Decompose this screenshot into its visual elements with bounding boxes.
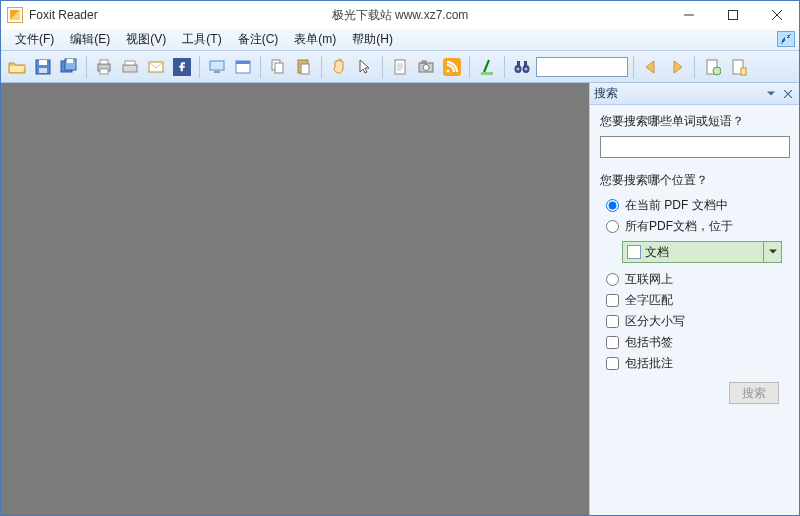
menu-view[interactable]: 视图(V) xyxy=(118,29,174,50)
opt-bookmark[interactable]: 包括书签 xyxy=(600,332,789,353)
facebook-icon[interactable] xyxy=(170,55,194,79)
toolbar-search-input[interactable] xyxy=(536,57,628,77)
search-query-input[interactable] xyxy=(600,136,790,158)
page-time-icon[interactable] xyxy=(726,55,750,79)
svg-point-37 xyxy=(713,67,721,75)
expand-icon[interactable] xyxy=(777,31,795,47)
svg-rect-3 xyxy=(39,60,47,65)
radio-internet[interactable] xyxy=(606,273,619,286)
title-bar: Foxit Reader 极光下载站 www.xz7.com xyxy=(1,1,799,29)
app-title: Foxit Reader xyxy=(29,8,98,22)
menu-bar: 文件(F) 编辑(E) 视图(V) 工具(T) 备注(C) 表单(m) 帮助(H… xyxy=(1,29,799,51)
menu-help[interactable]: 帮助(H) xyxy=(344,29,401,50)
svg-rect-20 xyxy=(275,63,283,73)
opt-current-doc[interactable]: 在当前 PDF 文档中 xyxy=(600,195,789,216)
search-panel-title: 搜索 xyxy=(594,85,618,102)
svg-rect-23 xyxy=(395,60,405,74)
svg-point-34 xyxy=(517,67,520,70)
radio-current[interactable] xyxy=(606,199,619,212)
panel-menu-icon[interactable] xyxy=(764,87,778,101)
svg-rect-9 xyxy=(100,60,108,64)
rss-icon[interactable] xyxy=(440,55,464,79)
search-panel-header: 搜索 xyxy=(590,83,799,105)
search-location-label: 您要搜索哪个位置？ xyxy=(600,172,789,189)
monitor-icon[interactable] xyxy=(205,55,229,79)
panel-close-icon[interactable] xyxy=(781,87,795,101)
svg-rect-10 xyxy=(100,69,108,74)
opt-whole-label: 全字匹配 xyxy=(625,292,673,309)
location-combo[interactable]: 文档 xyxy=(622,241,782,263)
print-icon[interactable] xyxy=(92,55,116,79)
opt-case[interactable]: 区分大小写 xyxy=(600,311,789,332)
title-center-text: 极光下载站 www.xz7.com xyxy=(332,7,469,24)
opt-all-label: 所有PDF文档，位于 xyxy=(625,218,733,235)
opt-all-docs[interactable]: 所有PDF文档，位于 xyxy=(600,216,789,237)
toolbar xyxy=(1,51,799,83)
svg-rect-11 xyxy=(123,65,137,72)
svg-rect-29 xyxy=(481,72,493,75)
hand-icon[interactable] xyxy=(327,55,351,79)
app-icon xyxy=(7,7,23,23)
radio-all[interactable] xyxy=(606,220,619,233)
opt-whole-word[interactable]: 全字匹配 xyxy=(600,290,789,311)
opt-bookmark-label: 包括书签 xyxy=(625,334,673,351)
copy-icon[interactable] xyxy=(266,55,290,79)
save-icon[interactable] xyxy=(31,55,55,79)
prev-result-icon[interactable] xyxy=(639,55,663,79)
pointer-icon[interactable] xyxy=(353,55,377,79)
folder-small-icon xyxy=(627,245,641,259)
save-multi-icon[interactable] xyxy=(57,55,81,79)
svg-point-28 xyxy=(447,69,450,72)
search-query-label: 您要搜索哪些单词或短语？ xyxy=(600,113,789,130)
check-bookmark[interactable] xyxy=(606,336,619,349)
minimize-button[interactable] xyxy=(667,1,711,29)
svg-rect-33 xyxy=(524,61,527,66)
camera-icon[interactable] xyxy=(414,55,438,79)
check-annot[interactable] xyxy=(606,357,619,370)
opt-annot[interactable]: 包括批注 xyxy=(600,353,789,374)
binoculars-icon[interactable] xyxy=(510,55,534,79)
svg-rect-12 xyxy=(125,61,135,65)
svg-rect-32 xyxy=(517,61,520,66)
menu-note[interactable]: 备注(C) xyxy=(230,29,287,50)
scanner-icon[interactable] xyxy=(118,55,142,79)
open-icon[interactable] xyxy=(5,55,29,79)
page-icon[interactable] xyxy=(700,55,724,79)
opt-internet-label: 互联网上 xyxy=(625,271,673,288)
email-icon[interactable] xyxy=(144,55,168,79)
paste-icon[interactable] xyxy=(292,55,316,79)
svg-rect-7 xyxy=(67,59,73,63)
svg-rect-26 xyxy=(422,61,426,63)
menu-tools[interactable]: 工具(T) xyxy=(174,29,229,50)
search-panel: 搜索 您要搜索哪些单词或短语？ 您要搜索哪个位置？ 在当前 PDF 文档中 所有… xyxy=(589,83,799,515)
check-whole[interactable] xyxy=(606,294,619,307)
text-color-icon[interactable] xyxy=(475,55,499,79)
opt-case-label: 区分大小写 xyxy=(625,313,685,330)
svg-rect-15 xyxy=(210,61,224,70)
svg-rect-16 xyxy=(214,71,220,73)
maximize-button[interactable] xyxy=(711,1,755,29)
close-button[interactable] xyxy=(755,1,799,29)
opt-current-label: 在当前 PDF 文档中 xyxy=(625,197,728,214)
menu-file[interactable]: 文件(F) xyxy=(7,29,62,50)
menu-edit[interactable]: 编辑(E) xyxy=(62,29,118,50)
svg-point-35 xyxy=(525,67,528,70)
content-area: 搜索 您要搜索哪些单词或短语？ 您要搜索哪个位置？ 在当前 PDF 文档中 所有… xyxy=(1,83,799,515)
document-icon[interactable] xyxy=(388,55,412,79)
search-button[interactable]: 搜索 xyxy=(729,382,779,404)
svg-rect-18 xyxy=(236,61,250,64)
combo-value: 文档 xyxy=(645,244,669,261)
svg-rect-0 xyxy=(684,15,694,16)
document-area[interactable] xyxy=(1,83,589,515)
opt-internet[interactable]: 互联网上 xyxy=(600,269,789,290)
menu-form[interactable]: 表单(m) xyxy=(286,29,344,50)
svg-point-25 xyxy=(423,64,429,70)
window-icon[interactable] xyxy=(231,55,255,79)
chevron-down-icon[interactable] xyxy=(763,242,781,262)
svg-rect-22 xyxy=(301,64,309,74)
svg-rect-39 xyxy=(741,68,746,75)
check-case[interactable] xyxy=(606,315,619,328)
svg-rect-4 xyxy=(39,68,47,73)
next-result-icon[interactable] xyxy=(665,55,689,79)
opt-annot-label: 包括批注 xyxy=(625,355,673,372)
